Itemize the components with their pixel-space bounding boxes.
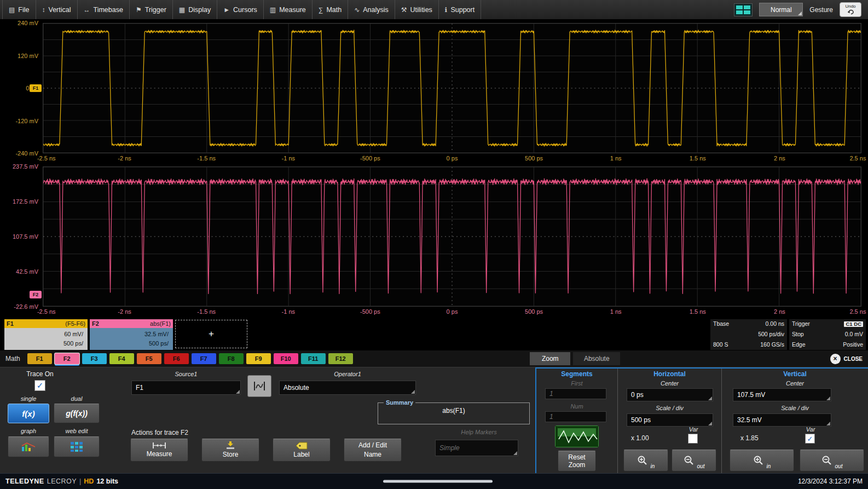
x-axis-label: 0 ps (447, 155, 458, 162)
descriptor-row: F1(F5-F6) 60 mV/500 ps/ F2abs(F1) 32.5 m… (0, 318, 868, 350)
source1-dropdown[interactable]: F1 (131, 381, 241, 395)
tab-f12[interactable]: F12 (328, 353, 353, 364)
menu-item-label: Analysis (363, 6, 389, 14)
menu-item-file[interactable]: ▤File (2, 0, 36, 19)
tab-f7[interactable]: F7 (192, 353, 216, 364)
f1-grid-area[interactable]: F1 -2.5 ns-2 ns-1.5 ns-1 ns-500 ps0 ps50… (43, 23, 861, 164)
label-button[interactable]: Label (273, 439, 331, 462)
add-edit-name-button[interactable]: Add / Edit Name (344, 439, 402, 462)
tbase-value: 0.00 ns (766, 321, 784, 327)
help-markers-label: Help Markers (435, 429, 523, 435)
h-scale-input[interactable]: 500 ps (627, 413, 713, 427)
menu-item-vertical[interactable]: ↕Vertical (36, 0, 78, 19)
h-zoom-in-button[interactable]: in (623, 450, 668, 471)
v-zoom-in-button[interactable]: in (730, 450, 794, 471)
graph-label: graph (8, 428, 49, 434)
tab-f4[interactable]: F4 (109, 353, 134, 364)
function-tab-row: Math F1F2F3F4F5F6F7F8F9F10F11F12 Zoom Ab… (0, 350, 868, 367)
graph-button[interactable] (8, 436, 49, 457)
tab-f9[interactable]: F9 (246, 353, 271, 364)
v-scale-input[interactable]: 32.5 mV (733, 413, 831, 427)
num-input[interactable]: 1 (545, 411, 606, 422)
math-group-label: Math (5, 355, 20, 363)
brand-teledyne: TELEDYNE (5, 478, 44, 485)
y-axis-label: 120 mV (18, 53, 38, 59)
menu-item-analysis[interactable]: ∿Analysis (348, 0, 395, 19)
tab-f5[interactable]: F5 (137, 353, 161, 364)
acquisition-mode-button[interactable]: Normal (759, 3, 803, 16)
x-axis-label: -500 ps (360, 308, 380, 315)
f-tabs: F1F2F3F4F5F6F7F8F9F10F11F12 (27, 353, 353, 364)
v-center-input[interactable]: 107.5 mV (733, 388, 831, 401)
f1-descriptor-subtitle: (F5-F6) (65, 320, 85, 327)
f1-trace-tag[interactable]: F1 (30, 84, 42, 92)
web-edit-button[interactable] (54, 436, 100, 457)
operator-icon-button[interactable] (247, 375, 271, 397)
operator1-dropdown[interactable]: Absolute (279, 381, 416, 395)
x-labels-bottom: -2.5 ns-2 ns-1.5 ns-1 ns-500 ps0 ps500 p… (43, 307, 861, 318)
measure-icon (152, 442, 166, 449)
f1-descriptor[interactable]: F1(F5-F6) 60 mV/500 ps/ (4, 319, 88, 350)
menu-item-math[interactable]: ∑Math (313, 0, 348, 19)
f1-descriptor-title: F1 (7, 320, 14, 327)
help-markers-dropdown[interactable]: Simple (435, 440, 518, 456)
menu-item-display[interactable]: ▦Display (173, 0, 217, 19)
h-center-input[interactable]: 0 ps (627, 388, 713, 401)
grid-cell (744, 5, 750, 9)
grid-cell (736, 5, 743, 9)
single-fx-button[interactable]: f(x) (8, 404, 49, 423)
v-center-value: 107.5 mV (737, 391, 765, 399)
x-axis-label: -1.5 ns (197, 155, 216, 162)
h-zoom-out-button[interactable]: out (672, 450, 716, 471)
trigger-descriptor[interactable]: TriggerC1 DC Stop0.0 mV EdgePositive (789, 319, 866, 350)
menu-item-measure[interactable]: ▥Measure (264, 0, 313, 19)
display-icon: ▦ (179, 6, 185, 14)
vertical-var-checkbox[interactable]: ✓ (805, 434, 815, 444)
display-grid-button[interactable] (734, 3, 753, 16)
tab-f2[interactable]: F2 (55, 353, 79, 364)
measure-button[interactable]: Measure (130, 439, 188, 462)
store-button[interactable]: Store (201, 439, 259, 462)
y-axis-label: 107.5 mV (13, 233, 38, 240)
close-icon: × (830, 354, 841, 364)
reset-zoom-button[interactable]: Reset Zoom (558, 451, 596, 471)
undo-label: Undo (845, 4, 855, 9)
segments-header: Segments (536, 370, 617, 378)
tab-absolute[interactable]: Absolute (573, 352, 620, 365)
tab-f3[interactable]: F3 (82, 353, 107, 364)
menu-item-label: Cursors (233, 6, 257, 14)
tab-zoom[interactable]: Zoom (530, 352, 570, 365)
tab-f10[interactable]: F10 (274, 353, 298, 364)
add-trace-button[interactable]: + (175, 320, 247, 348)
operator1-label: Operator1 (279, 371, 416, 377)
scroll-indicator[interactable] (383, 480, 493, 483)
menu-item-label: File (18, 6, 29, 14)
trace-on-checkbox[interactable]: ✓ (34, 380, 45, 391)
menu-item-timebase[interactable]: ↔Timebase (78, 0, 130, 19)
tab-f6[interactable]: F6 (164, 353, 189, 364)
h-zoom-out-label: out (697, 463, 705, 469)
horizontal-var-checkbox[interactable] (688, 434, 698, 444)
menu-item-trigger[interactable]: ⚑Trigger (130, 0, 173, 19)
segments-column: Segments First 1 Num 1 Reset Zoom (536, 369, 617, 473)
y-axis-label: 237.5 mV (13, 163, 38, 170)
v-zoom-out-button[interactable]: out (800, 450, 864, 471)
undo-button[interactable]: Undo (840, 2, 861, 17)
first-input[interactable]: 1 (545, 388, 606, 399)
tab-f8[interactable]: F8 (219, 353, 244, 364)
timebase-descriptor[interactable]: Tbase0.00 ns 500 ps/div 800 S160 GS/s (710, 319, 787, 350)
f2-descriptor[interactable]: F2abs(F1) 32.5 mV/500 ps/ (90, 319, 173, 350)
tab-f11[interactable]: F11 (301, 353, 326, 364)
menu-item-cursors[interactable]: ►Cursors (217, 0, 264, 19)
operator1-value: Absolute (283, 384, 309, 392)
h-scale-label: Scale / div (618, 405, 721, 411)
tab-f1[interactable]: F1 (27, 353, 52, 364)
dual-gfx-button[interactable]: g(f(x)) (54, 404, 100, 423)
close-button[interactable]: × CLOSE (830, 354, 863, 364)
zoom-waveform-button[interactable] (555, 425, 599, 447)
f2-grid-area[interactable]: F2 -2.5 ns-2 ns-1.5 ns-1 ns-500 ps0 ps50… (43, 166, 861, 318)
f2-trace-tag[interactable]: F2 (30, 291, 42, 298)
menu-item-support[interactable]: ℹSupport (439, 0, 481, 19)
gesture-label: Gesture (809, 6, 833, 14)
menu-item-utilities[interactable]: ⚒Utilities (395, 0, 439, 19)
